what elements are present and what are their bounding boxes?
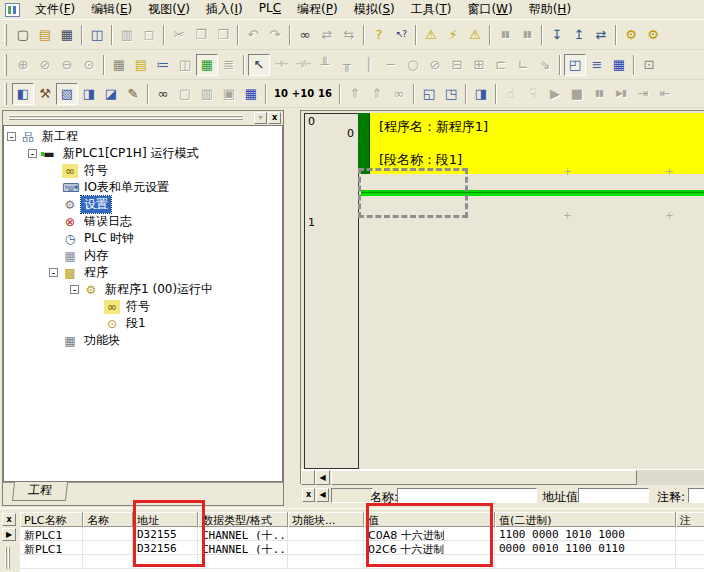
compile-button[interactable]: ⚠	[420, 24, 442, 46]
print-preview-button[interactable]: ◻	[138, 24, 160, 46]
tree-expander-icon[interactable]: -	[7, 132, 16, 141]
simulation-step-out-button[interactable]: ⇤	[654, 83, 676, 105]
scrollbar-thumb[interactable]	[331, 470, 637, 485]
monitor-freeze-button[interactable]: ◫	[174, 54, 196, 76]
select-mode-button[interactable]: ↖	[248, 54, 270, 76]
toolbar-grip[interactable]	[4, 54, 7, 76]
work-online-simulator-button[interactable]: ⚙	[642, 24, 664, 46]
toggle-project-workspace-button[interactable]: ◧	[12, 83, 34, 105]
tree-item-symbols[interactable]: ∞符号	[4, 162, 282, 179]
tree-item-program1[interactable]: -⚙新程序1 (00)运行中	[4, 281, 282, 298]
watch-close-button[interactable]: x	[2, 513, 16, 526]
context-help-button[interactable]: ↖?	[390, 24, 412, 46]
paste-button[interactable]: ❒	[212, 24, 234, 46]
watch-cell-comment[interactable]	[676, 555, 704, 569]
name-input[interactable]	[397, 488, 537, 503]
watch-cell-name[interactable]	[83, 541, 133, 555]
transfer-from-plc-button[interactable]: ↥	[568, 24, 590, 46]
toggle-monitoring-button[interactable]: ▦	[196, 54, 218, 76]
copy-button[interactable]: ❐	[190, 24, 212, 46]
menu-window[interactable]: 窗口(W)	[459, 0, 520, 20]
watch-cell-plc-name[interactable]: 新PLC1	[20, 527, 83, 541]
simulation-step-run-button[interactable]: ▶▮	[610, 83, 632, 105]
zoom-in-button[interactable]: ⊕	[12, 54, 34, 76]
find-all-warnings-button[interactable]: ⚠	[464, 24, 486, 46]
show-comments-button[interactable]: ▤	[130, 54, 152, 76]
watch-cell-data-type[interactable]	[198, 555, 288, 569]
toolbar-grip[interactable]	[4, 24, 7, 46]
watch-cell-value-binary[interactable]	[495, 555, 676, 569]
monitor-signed-decimal-button[interactable]: +10	[292, 83, 314, 105]
menu-help[interactable]: 帮助(H)	[521, 0, 579, 20]
tree-item-program1-symbols[interactable]: ∞符号	[4, 298, 282, 315]
new-corner-button[interactable]: ∟	[512, 54, 534, 76]
online-edit-compile-button[interactable]: ⚡	[442, 24, 464, 46]
redo-button[interactable]: ↷	[264, 24, 286, 46]
symbol-bar-close-button[interactable]: x	[302, 488, 315, 502]
print-button[interactable]: ▥	[116, 24, 138, 46]
edit-options-button[interactable]: ⊡	[638, 54, 660, 76]
watch-cell-data-type[interactable]: CHANNEL (十...	[198, 541, 288, 555]
upload-program-button[interactable]: ⇑	[344, 83, 366, 105]
tree-item-section1[interactable]: ⊙段1	[4, 315, 282, 332]
watch-cell-name[interactable]	[83, 555, 133, 569]
workspace-dropdown-button[interactable]: ▾	[254, 112, 267, 124]
replace-button[interactable]: ⇄	[316, 24, 338, 46]
force-off-button[interactable]: ☟	[522, 83, 544, 105]
invert-mode-button[interactable]: ⇘	[534, 54, 556, 76]
find-button[interactable]: ∞	[294, 24, 316, 46]
menu-simulation[interactable]: 模拟(S)	[346, 0, 403, 20]
watch-cell-comment[interactable]	[676, 527, 704, 541]
compare-with-plc-button[interactable]: ⇄	[590, 24, 612, 46]
open-project-button[interactable]: ▤	[34, 24, 56, 46]
simulation-stop-button[interactable]: ■	[566, 83, 588, 105]
watch-cell-function-block[interactable]	[288, 527, 364, 541]
tree-item-settings[interactable]: ⚙设置	[4, 196, 282, 213]
watch-cell-plc-name[interactable]: 新PLC1	[20, 541, 83, 555]
pause-monitor-button[interactable]: ▮▮	[494, 24, 516, 46]
watch-cell-function-block[interactable]	[288, 555, 364, 569]
menu-insert[interactable]: 插入(I)	[198, 0, 251, 20]
tree-item-plc-clock[interactable]: ◷PLC 时钟	[4, 230, 282, 247]
transfer-to-plc-button[interactable]: ↧	[546, 24, 568, 46]
zoom-custom-button[interactable]: ⊙	[78, 54, 100, 76]
tree-item-new-project[interactable]: -品新工程	[4, 128, 282, 145]
watch-sheet-1-button[interactable]: ▢	[174, 83, 196, 105]
toggle-grid-button[interactable]: ▦	[108, 54, 130, 76]
new-closed-contact-button[interactable]: ⊣/⊢	[292, 54, 314, 76]
window-diff-monitor-button[interactable]: ◰	[564, 54, 586, 76]
new-horizontal-line-button[interactable]: ─	[380, 54, 402, 76]
tree-expander-icon[interactable]: -	[28, 149, 37, 158]
cut-button[interactable]: ✂	[168, 24, 190, 46]
new-differentiate-button[interactable]: ⊏	[490, 54, 512, 76]
toggle-cross-reference-button[interactable]: ◪	[100, 83, 122, 105]
monitor-decimal-button[interactable]: 10	[270, 83, 292, 105]
rung-1-margin[interactable]: 1	[304, 215, 359, 469]
new-contact-button[interactable]: ⊣⊢	[270, 54, 292, 76]
workspace-drag-grip[interactable]	[9, 115, 243, 120]
new-closed-coil-button[interactable]: ⊘	[424, 54, 446, 76]
pause-button[interactable]: ▮▮	[516, 24, 538, 46]
ladder-horizontal-scrollbar[interactable]: ◀	[301, 469, 704, 485]
binary-grid-monitor-button[interactable]: ▦	[608, 54, 630, 76]
watch-sheet-2-button[interactable]: ▥	[196, 83, 218, 105]
toggle-output-window-button[interactable]: ◨	[78, 83, 100, 105]
force-on-button[interactable]: ☝	[500, 83, 522, 105]
tab-project[interactable]: 工程	[12, 482, 68, 501]
watch-cell-value-binary[interactable]: 0000 0010 1100 0110	[495, 541, 676, 555]
new-or-contact-button[interactable]: ╨	[314, 54, 336, 76]
monitor-hex-button[interactable]: 16	[314, 83, 336, 105]
toolbar-grip[interactable]	[4, 83, 7, 105]
tree-item-io-table[interactable]: ⌨IO表和单元设置	[4, 179, 282, 196]
watch-column-value-binary[interactable]: 值(二进制)	[495, 512, 676, 527]
simulation-run-button[interactable]: ▶	[544, 83, 566, 105]
menu-tools[interactable]: 工具(T)	[403, 0, 460, 20]
zoom-out-button[interactable]: ⊖	[56, 54, 78, 76]
watch-cell-name[interactable]	[83, 527, 133, 541]
symbol-bar-prev-button[interactable]: ◀	[316, 488, 329, 502]
download-program-button[interactable]: ⇑	[366, 83, 388, 105]
watch-column-data-type[interactable]: 数据类型/格式	[198, 512, 288, 527]
binary-editor-button[interactable]: ▦	[240, 83, 262, 105]
tree-item-memory[interactable]: ▦内存	[4, 247, 282, 264]
online-find-button[interactable]: ∞	[388, 83, 410, 105]
